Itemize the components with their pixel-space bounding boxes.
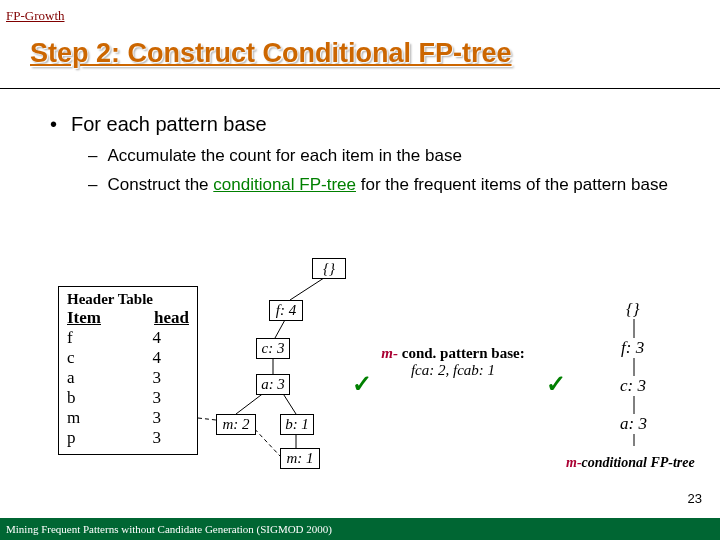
- svg-line-3: [236, 392, 265, 414]
- header-table: Header Table Item head f4 c4 a3 b3 m3 p3: [58, 286, 198, 455]
- table-row: b3: [67, 388, 189, 408]
- bullet-sub1: –Accumulate the count for each item in t…: [88, 145, 680, 166]
- bullet-level1: •For each pattern base: [50, 112, 680, 137]
- table-row: c4: [67, 348, 189, 368]
- conditional-fptree-term: conditional FP-tree: [213, 175, 356, 194]
- svg-line-4: [282, 392, 296, 414]
- page-number: 23: [688, 491, 702, 506]
- footer-citation: Mining Frequent Patterns without Candida…: [0, 518, 720, 540]
- tree-node-m2: m: 2: [216, 414, 256, 435]
- table-row: p3: [67, 428, 189, 448]
- body-text: •For each pattern base –Accumulate the c…: [50, 112, 680, 196]
- cond-node-f3: f: 3: [621, 338, 644, 358]
- bullet-sub2: –Construct the conditional FP-tree for t…: [88, 174, 680, 195]
- m-letter: m-: [381, 345, 398, 361]
- tree-node-c3: c: 3: [256, 338, 290, 359]
- cond-root: {}: [626, 300, 640, 320]
- tree-node-m1: m: 1: [280, 448, 320, 469]
- svg-line-0: [290, 276, 327, 300]
- tree-node-f4: f: 4: [269, 300, 303, 321]
- header-table-caption: Header Table: [67, 291, 189, 308]
- title-rule: [0, 88, 720, 89]
- m-cond-pattern-base: m- cond. pattern base: fca: 2, fcab: 1: [368, 345, 538, 379]
- svg-line-1: [275, 318, 286, 338]
- table-row: a3: [67, 368, 189, 388]
- topic-label: FP-Growth: [6, 8, 65, 24]
- cond-tree-label: m-conditional FP-tree: [566, 455, 695, 471]
- table-row: m3: [67, 408, 189, 428]
- m-cond-values: fca: 2, fcab: 1: [368, 362, 538, 379]
- cond-node-c3: c: 3: [620, 376, 646, 396]
- tree-node-b1: b: 1: [280, 414, 314, 435]
- table-row: f4: [67, 328, 189, 348]
- svg-line-6: [198, 418, 216, 420]
- check-icon: ✓: [546, 370, 566, 398]
- page-title: Step 2: Construct Conditional FP-tree: [30, 38, 512, 69]
- cond-node-a3: a: 3: [620, 414, 647, 434]
- check-icon: ✓: [352, 370, 372, 398]
- tree-node-a3: a: 3: [256, 374, 290, 395]
- col-head: head: [154, 308, 189, 328]
- header-table-columns: Item head: [67, 308, 189, 328]
- tree-root: {}: [312, 258, 346, 279]
- col-item: Item: [67, 308, 101, 328]
